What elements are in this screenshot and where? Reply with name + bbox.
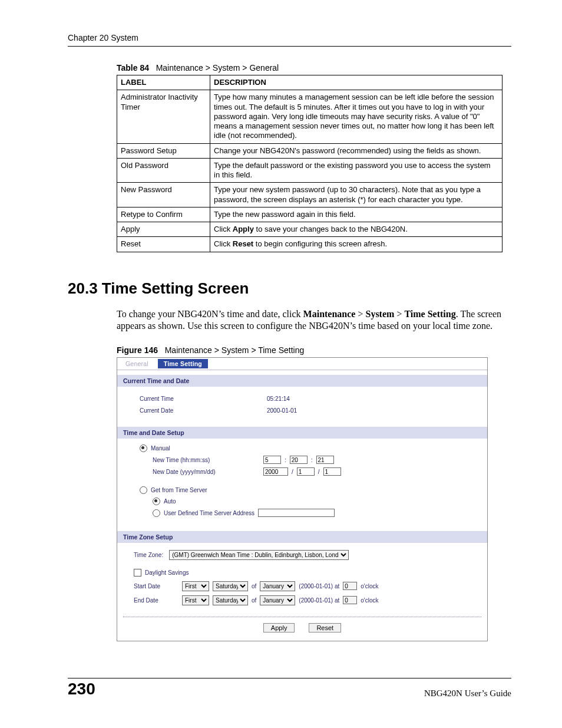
time-zone-select[interactable]: (GMT) Greenwich Mean Time : Dublin, Edin… xyxy=(169,550,349,560)
figure-number: Figure 146 xyxy=(117,345,158,355)
cell-desc: Change your NBG420N's password (recommen… xyxy=(210,143,503,158)
table-title: Maintenance > System > General xyxy=(156,63,279,73)
of-label: of xyxy=(252,597,256,604)
dotted-separator xyxy=(123,617,481,617)
start-hour-input[interactable] xyxy=(343,582,357,590)
cell-desc: Type how many minutes a management sessi… xyxy=(210,90,503,143)
table-row: Reset Click Reset to begin configuring t… xyxy=(117,237,503,252)
colon-separator: : xyxy=(308,457,316,463)
section-time-zone-setup-header: Time Zone Setup xyxy=(117,531,487,543)
colon-separator: : xyxy=(281,457,290,463)
apply-button[interactable]: Apply xyxy=(263,623,295,633)
new-time-second-input[interactable] xyxy=(316,456,334,464)
guide-name: NBG420N User’s Guide xyxy=(424,689,511,699)
table-row: Password Setup Change your NBG420N's pas… xyxy=(117,143,503,158)
auto-label: Auto xyxy=(164,498,176,505)
table-number: Table 84 xyxy=(117,63,149,73)
oclock-label: o'clock xyxy=(361,583,378,589)
chapter-header: Chapter 20 System xyxy=(68,33,511,42)
section-time-date-setup-header: Time and Date Setup xyxy=(117,427,487,439)
slash-separator: / xyxy=(315,469,323,475)
tab-general[interactable]: General xyxy=(120,359,154,368)
cell-label: Retype to Confirm xyxy=(117,207,210,222)
user-defined-label: User Defined Time Server Address xyxy=(164,510,254,516)
new-time-label: New Time (hh:mm:ss) xyxy=(153,457,263,463)
end-weekday-select[interactable]: Saturday xyxy=(213,595,248,605)
radio-auto[interactable] xyxy=(153,498,160,505)
radio-get-from-server[interactable] xyxy=(140,486,147,494)
time-server-address-input[interactable] xyxy=(258,509,335,517)
start-date-label: Start Date xyxy=(134,583,178,589)
current-time-label: Current Time xyxy=(140,396,263,402)
tab-time-setting[interactable]: Time Setting xyxy=(158,359,208,368)
page-number: 230 xyxy=(68,680,95,699)
tab-bar: General Time Setting xyxy=(117,358,487,370)
end-date-label: End Date xyxy=(134,597,178,604)
cell-label: Administrator Inactivity Timer xyxy=(117,90,210,143)
time-zone-label: Time Zone: xyxy=(134,552,163,558)
figure-caption: Figure 146 Maintenance > System > Time S… xyxy=(117,345,511,355)
table-row: Retype to Confirm Type the new password … xyxy=(117,207,503,222)
figure-title: Maintenance > System > Time Setting xyxy=(165,345,305,355)
cell-label: Apply xyxy=(117,222,210,237)
of-label: of xyxy=(252,583,256,589)
page-footer: 230 NBG420N User’s Guide xyxy=(68,678,511,699)
start-weekday-select[interactable]: Saturday xyxy=(213,581,248,591)
radio-user-defined[interactable] xyxy=(153,509,160,517)
new-date-year-input[interactable] xyxy=(263,467,288,476)
description-table: LABEL DESCRIPTION Administrator Inactivi… xyxy=(117,75,503,252)
cell-desc: Type your new system password (up to 30 … xyxy=(210,183,503,207)
end-hour-input[interactable] xyxy=(343,596,357,604)
cell-label: Reset xyxy=(117,237,210,252)
section-heading: 20.3 Time Setting Screen xyxy=(68,279,511,298)
get-from-server-label: Get from Time Server xyxy=(151,487,207,493)
cell-desc: Type the default password or the existin… xyxy=(210,158,503,183)
section-paragraph: To change your NBG420N’s time and date, … xyxy=(117,308,503,333)
table-row: New Password Type your new system passwo… xyxy=(117,183,503,207)
table-row: Administrator Inactivity Timer Type how … xyxy=(117,90,503,143)
end-date-paren: (2000-01-01) at xyxy=(299,597,339,604)
new-time-hour-input[interactable] xyxy=(263,456,281,464)
cell-desc: Type the new password again in this fiel… xyxy=(210,207,503,222)
start-ordinal-select[interactable]: First xyxy=(182,581,209,591)
daylight-savings-label: Daylight Savings xyxy=(145,569,189,576)
section-current-time-header: Current Time and Date xyxy=(117,375,487,387)
new-date-month-input[interactable] xyxy=(297,467,315,476)
slash-separator: / xyxy=(288,469,297,475)
header-rule xyxy=(68,46,511,47)
reset-button[interactable]: Reset xyxy=(309,623,341,633)
current-date-value: 2000-01-01 xyxy=(267,407,297,414)
new-date-label: New Date (yyyy/mm/dd) xyxy=(153,469,263,475)
radio-manual[interactable] xyxy=(140,444,147,452)
new-time-minute-input[interactable] xyxy=(290,456,308,464)
start-month-select[interactable]: January xyxy=(260,581,295,591)
new-date-day-input[interactable] xyxy=(323,467,341,476)
cell-label: Old Password xyxy=(117,158,210,183)
cell-desc: Click Reset to begin configuring this sc… xyxy=(210,237,503,252)
table-row: Old Password Type the default password o… xyxy=(117,158,503,183)
current-date-label: Current Date xyxy=(140,407,263,414)
end-ordinal-select[interactable]: First xyxy=(182,595,209,605)
cell-label: Password Setup xyxy=(117,143,210,158)
cell-desc: Click Apply to save your changes back to… xyxy=(210,222,503,237)
table-header-description: DESCRIPTION xyxy=(210,75,503,90)
cell-label: New Password xyxy=(117,183,210,207)
table-row: Apply Click Apply to save your changes b… xyxy=(117,222,503,237)
daylight-savings-checkbox[interactable] xyxy=(134,569,141,577)
start-date-paren: (2000-01-01) at xyxy=(299,583,339,589)
table-caption: Table 84 Maintenance > System > General xyxy=(117,63,511,73)
end-month-select[interactable]: January xyxy=(260,595,295,605)
table-header-label: LABEL xyxy=(117,75,210,90)
manual-label: Manual xyxy=(151,445,170,452)
time-setting-screenshot: General Time Setting Current Time and Da… xyxy=(117,357,488,641)
oclock-label: o'clock xyxy=(361,597,378,604)
current-time-value: 05:21:14 xyxy=(267,396,290,402)
